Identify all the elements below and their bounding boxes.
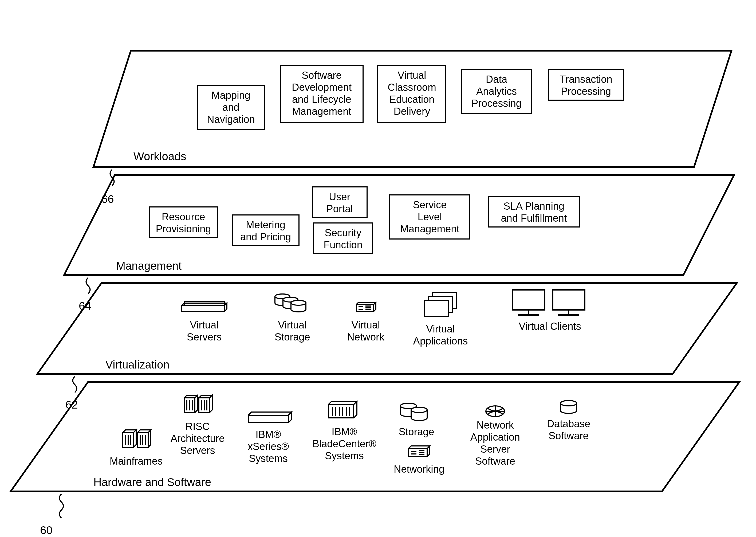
svg-marker-0 — [11, 382, 739, 491]
vnet-label-0: Virtual — [351, 319, 380, 331]
database-software-icon — [561, 400, 577, 413]
networking-label: Networking — [394, 464, 445, 475]
network-app-server-icon — [486, 406, 504, 417]
svg-text:Education: Education — [389, 94, 434, 105]
svg-text:Function: Function — [324, 239, 363, 250]
box-virtual-classroom: Virtual Classroom Education Delivery — [378, 65, 446, 123]
vclients-label: Virtual Clients — [519, 321, 581, 332]
svg-rect-17 — [248, 415, 288, 423]
vstor-label-1: Storage — [274, 331, 310, 343]
svg-text:Delivery: Delivery — [393, 106, 430, 117]
svg-rect-42 — [424, 301, 449, 316]
box-data-analytics: Data Analytics Processing — [462, 69, 531, 113]
svg-text:Navigation: Navigation — [207, 114, 255, 125]
layer-title-workloads: Workloads — [134, 150, 186, 163]
svg-text:Management: Management — [400, 223, 459, 234]
mainframes-label: Mainframes — [110, 456, 163, 467]
blade-label-2: Systems — [325, 450, 364, 461]
box-user-portal: User Portal — [312, 187, 367, 218]
storage-label: Storage — [399, 426, 434, 437]
blade-label-1: BladeCenter® — [312, 438, 376, 449]
svg-rect-43 — [513, 290, 544, 310]
svg-text:Service: Service — [413, 199, 447, 210]
layer-title-management: Management — [116, 260, 181, 272]
vstor-label-0: Virtual — [278, 319, 306, 331]
svg-text:Classroom: Classroom — [388, 82, 436, 93]
vapp-label-0: Virtual — [426, 323, 455, 335]
box-service-level-management: Service Level Management — [390, 195, 470, 239]
svg-text:and Fulfillment: and Fulfillment — [501, 213, 567, 224]
svg-text:Portal: Portal — [326, 203, 353, 214]
nas-label-3: Software — [475, 456, 515, 467]
risc-label-2: Servers — [180, 445, 215, 456]
svg-text:Management: Management — [292, 106, 351, 117]
svg-text:Security: Security — [325, 227, 361, 238]
svg-text:and Lifecycle: and Lifecycle — [292, 94, 351, 105]
vnet-label-1: Network — [347, 331, 384, 343]
box-transaction-processing: Transaction Processing — [549, 69, 623, 100]
box-software-dev-lifecycle: Software Development and Lifecycle Manag… — [280, 65, 363, 123]
db-label-0: Database — [547, 418, 590, 430]
ref-64: 64 — [79, 300, 91, 312]
ref-62: 62 — [65, 398, 78, 411]
svg-text:Transaction: Transaction — [560, 74, 612, 85]
risc-label-1: Architecture — [171, 433, 225, 444]
svg-text:and: and — [222, 102, 239, 113]
virtual-servers-icon — [181, 302, 227, 311]
db-label-1: Software — [549, 430, 589, 441]
ref-66: 66 — [101, 193, 114, 205]
layer-title-virtualization: Virtualization — [105, 358, 170, 371]
xseries-label-0: IBM® — [256, 429, 281, 440]
vapp-label-1: Applications — [413, 335, 468, 347]
svg-point-32 — [561, 400, 577, 406]
svg-point-27 — [411, 407, 427, 413]
box-resource-provisioning: Resource Provisioning — [149, 207, 218, 238]
box-metering-pricing: Metering and Pricing — [232, 215, 299, 246]
svg-text:User: User — [329, 191, 350, 202]
svg-text:Virtual: Virtual — [397, 70, 426, 81]
nas-label-2: Server — [480, 443, 510, 455]
layer-hardware: 60 Hardware and Software Mainframes — [11, 382, 739, 536]
vs-label-1: Servers — [187, 331, 222, 343]
blade-label-0: IBM® — [332, 426, 357, 437]
svg-text:and Pricing: and Pricing — [240, 231, 291, 242]
risc-label-0: RISC — [185, 421, 210, 432]
svg-text:Data: Data — [486, 74, 507, 85]
svg-text:Metering: Metering — [246, 219, 285, 230]
svg-text:Mapping: Mapping — [212, 90, 250, 101]
svg-rect-46 — [553, 290, 585, 310]
xseries-label-2: Systems — [249, 453, 288, 464]
svg-text:Resource: Resource — [162, 211, 205, 223]
svg-text:Analytics: Analytics — [476, 86, 517, 97]
svg-text:Processing: Processing — [561, 86, 611, 97]
xseries-label-1: xSeries® — [248, 441, 289, 452]
svg-text:Level: Level — [418, 211, 442, 223]
svg-text:Development: Development — [292, 82, 352, 93]
svg-text:Provisioning: Provisioning — [156, 223, 211, 234]
layer-title-hardware: Hardware and Software — [94, 476, 211, 488]
box-sla-planning: SLA Planning and Fulfillment — [489, 196, 579, 227]
diagram-root: 60 Hardware and Software Mainframes — [0, 0, 756, 537]
nas-label-1: Application — [470, 432, 520, 443]
box-security-function: Security Function — [314, 223, 373, 254]
svg-point-38 — [291, 301, 306, 305]
ref-60: 60 — [40, 524, 53, 536]
svg-text:SLA Planning: SLA Planning — [503, 200, 564, 212]
svg-text:Processing: Processing — [471, 98, 522, 109]
virtual-applications-icon — [424, 292, 457, 316]
nas-label-0: Network — [476, 420, 514, 431]
vs-label-0: Virtual — [190, 319, 219, 331]
svg-text:Software: Software — [302, 70, 342, 81]
svg-rect-35 — [181, 306, 224, 311]
box-mapping-navigation: Mapping and Navigation — [198, 85, 264, 130]
